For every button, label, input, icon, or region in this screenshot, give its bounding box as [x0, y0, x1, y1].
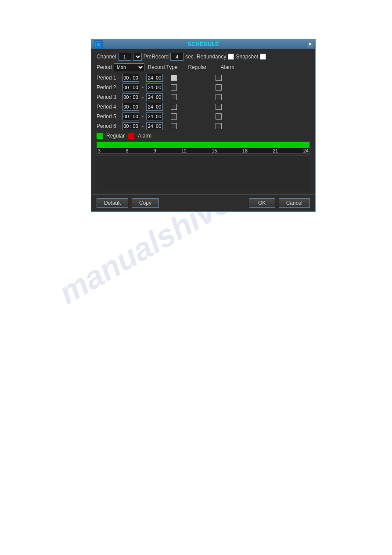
timeline-label-24: 24 [303, 148, 309, 153]
dialog-titlebar: SCHEDULE ✕ [91, 39, 315, 49]
timeline-label-21: 21 [273, 148, 278, 153]
period-3-end[interactable] [146, 93, 163, 101]
default-button[interactable]: Default [97, 198, 128, 208]
timeline-label-15: 15 [212, 148, 217, 153]
legend-regular-box [97, 133, 103, 139]
timeline-label-9: 9 [154, 148, 156, 153]
timeline-label-6: 6 [126, 148, 128, 153]
period-6-regular-checkbox[interactable] [171, 123, 177, 129]
period-label: Period [97, 64, 112, 70]
channel-input[interactable] [118, 53, 131, 61]
legend-alarm-box [128, 133, 134, 139]
svg-point-1 [97, 43, 100, 46]
period-row-6: Period 6- [97, 122, 310, 130]
alarm-col-header: Alarm [221, 64, 247, 70]
schedule-dialog: SCHEDULE ✕ Channel ▼ PreRecord sec. Redu… [91, 39, 316, 212]
period-2-end[interactable] [146, 83, 163, 91]
period-1-sep: - [142, 75, 144, 81]
period-rows: Period 1-Period 2-Period 3-Period 4-Peri… [97, 74, 310, 130]
period-6-label: Period 6 [97, 123, 121, 129]
period-header-row: Period Mon Tue Wed Thu Fri Sat Sun Recor… [97, 63, 310, 71]
dialog-body: Channel ▼ PreRecord sec. Redundancy Snap… [91, 49, 315, 194]
period-3-label: Period 3 [97, 94, 121, 100]
ok-button[interactable]: OK [249, 198, 275, 208]
period-4-regular-checkbox[interactable] [171, 104, 177, 110]
period-6-end[interactable] [146, 122, 163, 130]
timeline-labels: 3 6 9 12 15 18 21 24 [97, 148, 309, 153]
period-1-regular-checkbox[interactable] [171, 75, 177, 81]
channel-label: Channel [97, 54, 116, 60]
period-5-sep: - [142, 113, 144, 120]
redundancy-checkbox[interactable] [228, 54, 234, 60]
legend-regular-label: Regular [106, 133, 125, 139]
period-2-regular-checkbox[interactable] [171, 84, 177, 91]
period-2-start[interactable] [122, 83, 139, 91]
timeline-label-3: 3 [98, 148, 101, 153]
empty-area [97, 156, 310, 191]
close-button[interactable]: ✕ [306, 41, 313, 48]
period-5-end[interactable] [146, 112, 163, 120]
period-4-alarm-checkbox[interactable] [216, 104, 222, 110]
legend-row: Regular Alarm [97, 133, 310, 139]
period-5-alarm-checkbox[interactable] [216, 113, 222, 120]
timeline-label-12: 12 [181, 148, 187, 153]
period-row-3: Period 3- [97, 93, 310, 101]
period-1-start[interactable] [122, 74, 139, 82]
title-icon [94, 40, 103, 49]
prerecord-label: PreRecord [144, 54, 169, 60]
period-2-label: Period 2 [97, 84, 121, 91]
period-1-label: Period 1 [97, 75, 121, 81]
period-6-sep: - [142, 123, 144, 129]
redundancy-label: Redundancy [197, 54, 226, 60]
snapshot-checkbox[interactable] [260, 54, 266, 60]
timeline-label-18: 18 [242, 148, 248, 153]
period-5-regular-checkbox[interactable] [171, 113, 177, 120]
sec-label: sec. [185, 54, 195, 60]
copy-button[interactable]: Copy [132, 198, 159, 208]
period-4-end[interactable] [146, 103, 163, 111]
period-3-sep: - [142, 94, 144, 100]
dialog-footer: Default Copy OK Cancel [91, 194, 315, 211]
channel-row: Channel ▼ PreRecord sec. Redundancy Snap… [97, 53, 310, 61]
legend-alarm-label: Alarm [138, 133, 151, 139]
regular-col-header: Regular [188, 64, 219, 70]
period-row-1: Period 1- [97, 74, 310, 82]
snapshot-label: Snapshot [236, 54, 258, 60]
period-select[interactable]: Mon Tue Wed Thu Fri Sat Sun [114, 63, 144, 71]
period-4-start[interactable] [122, 103, 139, 111]
period-2-alarm-checkbox[interactable] [216, 84, 222, 91]
dialog-title: SCHEDULE [187, 41, 219, 47]
period-6-alarm-checkbox[interactable] [216, 123, 222, 129]
period-6-start[interactable] [122, 122, 139, 130]
period-1-end[interactable] [146, 74, 163, 82]
period-5-start[interactable] [122, 112, 139, 120]
period-4-label: Period 4 [97, 104, 121, 110]
period-3-regular-checkbox[interactable] [171, 94, 177, 100]
timeline-bar [97, 142, 309, 148]
period-row-4: Period 4- [97, 103, 310, 111]
period-5-label: Period 5 [97, 113, 121, 120]
period-1-alarm-checkbox[interactable] [216, 75, 222, 81]
period-4-sep: - [142, 104, 144, 110]
period-3-start[interactable] [122, 93, 139, 101]
period-3-alarm-checkbox[interactable] [216, 94, 222, 100]
channel-select[interactable]: ▼ [133, 53, 142, 61]
period-2-sep: - [142, 84, 144, 91]
timeline[interactable]: 3 6 9 12 15 18 21 24 [97, 141, 310, 154]
period-row-5: Period 5- [97, 112, 310, 120]
period-row-2: Period 2- [97, 83, 310, 91]
prerecord-input[interactable] [170, 53, 183, 61]
cancel-button[interactable]: Cancel [279, 198, 310, 208]
record-type-label: Record Type [148, 64, 178, 70]
